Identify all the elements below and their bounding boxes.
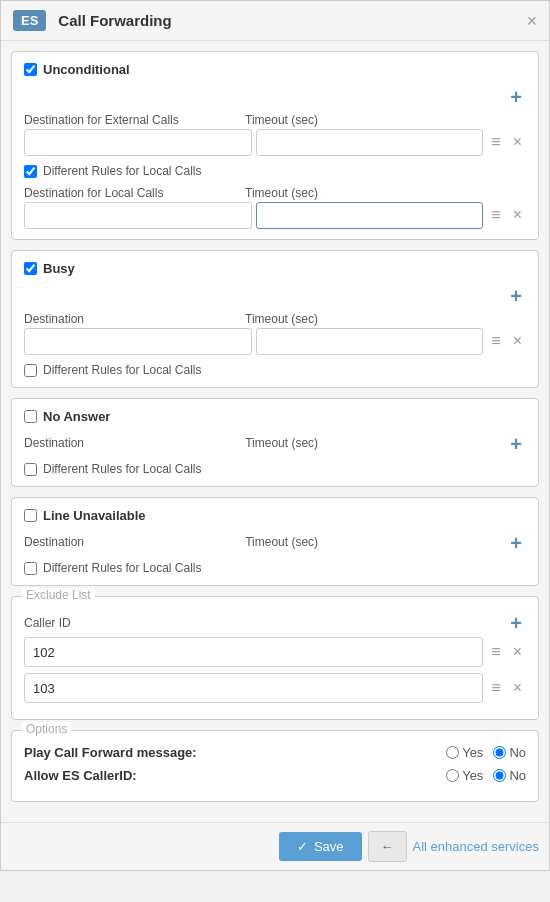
dest-external-input[interactable]: 115	[24, 129, 252, 156]
titlebar: ES Call Forwarding ×	[1, 1, 549, 41]
exclude-entry-0-input[interactable]	[24, 637, 483, 667]
no-answer-diff-rules-row: Different Rules for Local Calls	[24, 462, 526, 476]
unconditional-local-actions: ≡ ×	[487, 205, 526, 227]
line-unavailable-label: Line Unavailable	[43, 508, 146, 523]
exclude-entry-0: ≡ ×	[24, 637, 526, 667]
options-legend: Options	[22, 722, 71, 736]
lu-diff-rules-label: Different Rules for Local Calls	[43, 561, 202, 575]
diff-rules-label: Different Rules for Local Calls	[43, 164, 202, 178]
timeout-external-group: 5	[256, 129, 484, 156]
unconditional-external-menu-button[interactable]: ≡	[487, 132, 504, 152]
no-answer-legend: No Answer	[24, 409, 526, 424]
busy-timeout-group	[256, 328, 484, 355]
exclude-list-section: Exclude List Caller ID + ≡ × ≡ ×	[11, 596, 539, 720]
play-cf-no-radio[interactable]	[493, 746, 506, 759]
timeout-local-input[interactable]: 3	[256, 202, 484, 229]
dest-external-header: Destination for External Calls	[24, 113, 235, 127]
back-button[interactable]: ←	[368, 831, 407, 862]
main-content: Unconditional + Destination for External…	[1, 41, 549, 822]
busy-menu-button[interactable]: ≡	[487, 331, 504, 351]
unconditional-external-delete-button[interactable]: ×	[509, 132, 526, 152]
allow-es-row: Allow ES CallerID: Yes No	[24, 768, 526, 783]
busy-dest-header: Destination	[24, 312, 235, 326]
unconditional-local-menu-button[interactable]: ≡	[487, 205, 504, 225]
busy-dest-input[interactable]	[24, 328, 252, 355]
busy-delete-button[interactable]: ×	[509, 331, 526, 351]
play-cf-row: Play Call Forward message: Yes No	[24, 745, 526, 760]
allow-es-yes-label[interactable]: Yes	[446, 768, 483, 783]
back-arrow-icon: ←	[381, 839, 394, 854]
busy-section: Busy + Destination Timeout (sec) ≡	[11, 250, 539, 388]
play-cf-yes-radio[interactable]	[446, 746, 459, 759]
lu-add-button[interactable]: +	[506, 531, 526, 553]
timeout-external-header: Timeout (sec)	[245, 113, 456, 127]
exclude-entry-1: ≡ ×	[24, 673, 526, 703]
no-answer-diff-rules-checkbox[interactable]	[24, 463, 37, 476]
diff-rules-checkbox[interactable]	[24, 165, 37, 178]
allow-es-label: Allow ES CallerID:	[24, 768, 446, 783]
busy-legend: Busy	[24, 261, 526, 276]
unconditional-external-actions: ≡ ×	[487, 132, 526, 154]
diff-rules-row: Different Rules for Local Calls	[24, 164, 526, 178]
timeout-external-input[interactable]: 5	[256, 129, 484, 156]
exclude-list-add-button[interactable]: +	[506, 611, 526, 635]
exclude-entry-0-menu-button[interactable]: ≡	[487, 642, 504, 662]
busy-checkbox[interactable]	[24, 262, 37, 275]
dest-local-input[interactable]: 180	[24, 202, 252, 229]
window: ES Call Forwarding × Unconditional + Des…	[0, 0, 550, 871]
line-unavailable-checkbox[interactable]	[24, 509, 37, 522]
timeout-local-header: Timeout (sec)	[245, 186, 456, 200]
exclude-entry-1-input[interactable]	[24, 673, 483, 703]
busy-dest-group	[24, 328, 252, 355]
busy-timeout-input[interactable]	[256, 328, 484, 355]
exclude-list-header-row: Caller ID +	[24, 611, 526, 635]
busy-fields-row: ≡ ×	[24, 328, 526, 355]
no-answer-add-button[interactable]: +	[506, 432, 526, 454]
line-unavailable-legend: Line Unavailable	[24, 508, 526, 523]
footer: ✓ Save ← All enhanced services	[1, 822, 549, 870]
unconditional-checkbox[interactable]	[24, 63, 37, 76]
play-cf-radio-group: Yes No	[446, 745, 526, 760]
play-cf-yes-label[interactable]: Yes	[446, 745, 483, 760]
all-services-link[interactable]: All enhanced services	[413, 839, 539, 854]
allow-es-radio-group: Yes No	[446, 768, 526, 783]
lu-diff-rules-checkbox[interactable]	[24, 562, 37, 575]
unconditional-add-button[interactable]: +	[506, 85, 526, 109]
no-answer-dest-header: Destination	[24, 436, 235, 450]
allow-es-no-label[interactable]: No	[493, 768, 526, 783]
lu-dest-header: Destination	[24, 535, 235, 549]
lu-timeout-header: Timeout (sec)	[245, 535, 456, 549]
busy-add-row: +	[24, 284, 526, 308]
exclude-entry-0-delete-button[interactable]: ×	[509, 642, 526, 662]
save-button[interactable]: ✓ Save	[279, 832, 362, 861]
no-answer-checkbox[interactable]	[24, 410, 37, 423]
options-section: Options Play Call Forward message: Yes N…	[11, 730, 539, 802]
unconditional-local-row: 180 3 ≡ ×	[24, 202, 526, 229]
busy-diff-rules-checkbox[interactable]	[24, 364, 37, 377]
play-cf-no-text: No	[509, 745, 526, 760]
busy-diff-rules-row: Different Rules for Local Calls	[24, 363, 526, 377]
play-cf-no-label[interactable]: No	[493, 745, 526, 760]
play-cf-label: Play Call Forward message:	[24, 745, 446, 760]
dest-local-group: 180	[24, 202, 252, 229]
no-answer-label: No Answer	[43, 409, 110, 424]
save-checkmark-icon: ✓	[297, 839, 308, 854]
exclude-entry-1-menu-button[interactable]: ≡	[487, 678, 504, 698]
allow-es-yes-radio[interactable]	[446, 769, 459, 782]
exclude-entry-1-delete-button[interactable]: ×	[509, 678, 526, 698]
busy-actions: ≡ ×	[487, 331, 526, 353]
exclude-list-legend: Exclude List	[22, 588, 95, 602]
page-title: Call Forwarding	[58, 12, 526, 29]
unconditional-section: Unconditional + Destination for External…	[11, 51, 539, 240]
busy-add-button[interactable]: +	[506, 284, 526, 308]
unconditional-local-delete-button[interactable]: ×	[509, 205, 526, 225]
play-cf-yes-text: Yes	[462, 745, 483, 760]
caller-id-header: Caller ID	[24, 616, 496, 630]
local-header-row: Destination for Local Calls Timeout (sec…	[24, 186, 526, 200]
close-button[interactable]: ×	[526, 12, 537, 30]
unconditional-add-row: +	[24, 85, 526, 109]
allow-es-no-radio[interactable]	[493, 769, 506, 782]
lu-diff-rules-row: Different Rules for Local Calls	[24, 561, 526, 575]
no-answer-diff-rules-label: Different Rules for Local Calls	[43, 462, 202, 476]
unconditional-label: Unconditional	[43, 62, 130, 77]
